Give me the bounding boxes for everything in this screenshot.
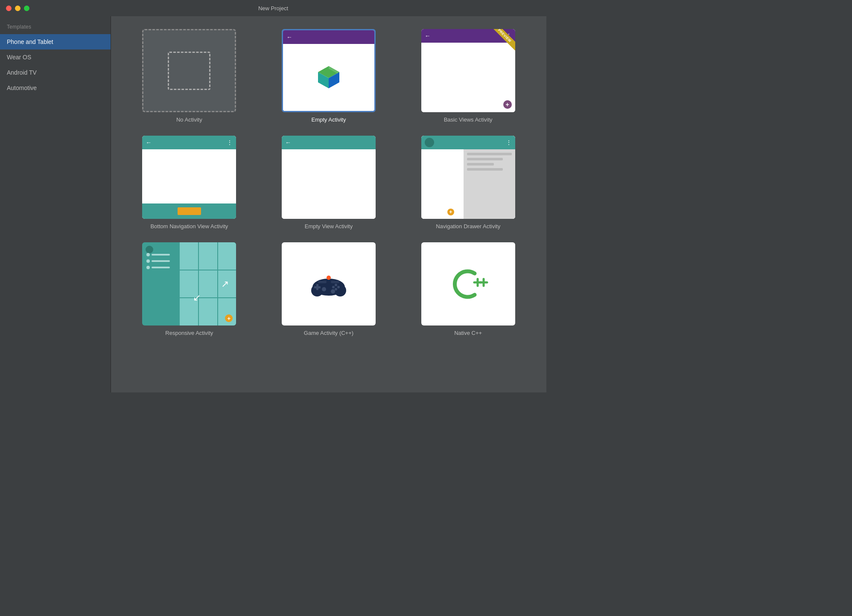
maximize-button[interactable] xyxy=(24,6,29,11)
fab-plus-icon: + xyxy=(503,100,512,109)
bottom-nav-mockup: ← ⋮ xyxy=(142,136,236,219)
bottom-nav-content xyxy=(142,149,236,203)
svg-rect-8 xyxy=(314,286,321,288)
empty-view-header: ← xyxy=(282,136,376,149)
resp-list-item-2 xyxy=(146,259,170,263)
game-label: Game Activity (C++) xyxy=(304,330,353,336)
resp-avatar xyxy=(146,246,153,253)
template-grid: No Activity ← xyxy=(128,29,529,336)
responsive-arrow: ↗ xyxy=(221,279,229,290)
bottom-nav-header: ← ⋮ xyxy=(142,136,236,149)
empty-activity-header: ← xyxy=(283,30,374,44)
drawer-list-item-3 xyxy=(467,163,494,166)
grid-cell-8 xyxy=(199,298,217,325)
dashed-box xyxy=(168,52,210,90)
template-item-bottom-nav[interactable]: ← ⋮ Bottom Navigation View Activity xyxy=(128,136,251,230)
empty-view-card: ← xyxy=(282,136,376,219)
gamepad-icon xyxy=(309,270,348,298)
svg-point-11 xyxy=(332,286,335,288)
bottom-nav-label: Bottom Navigation View Activity xyxy=(150,223,228,230)
template-item-responsive[interactable]: ↗ ↙ + Responsive Activity xyxy=(128,242,251,336)
drawer-fab: + xyxy=(447,209,454,215)
nav-drawer-label: Navigation Drawer Activity xyxy=(436,223,500,230)
drawer-list-item-4 xyxy=(467,168,503,171)
responsive-list xyxy=(146,253,170,272)
svg-rect-15 xyxy=(318,281,327,283)
sidebar: Templates Phone and Tablet Wear OS Andro… xyxy=(0,16,111,392)
template-item-nav-drawer[interactable]: ⋮ + Navigation Drawer A xyxy=(407,136,529,230)
empty-view-mockup: ← xyxy=(282,136,376,219)
bottom-nav-card: ← ⋮ xyxy=(142,136,236,219)
sidebar-section-label: Templates xyxy=(0,16,111,34)
three-dots-icon-3: ⋮ xyxy=(506,139,512,146)
title-bar: New Project xyxy=(0,0,546,16)
svg-point-12 xyxy=(335,288,337,291)
drawer-list-item-1 xyxy=(467,153,512,155)
back-arrow-icon: ← xyxy=(286,34,292,41)
svg-point-14 xyxy=(331,289,335,293)
window-title: New Project xyxy=(258,5,288,12)
minimize-button[interactable] xyxy=(15,6,20,11)
android-logo xyxy=(314,63,344,93)
template-item-game[interactable]: Game Activity (C++) xyxy=(268,242,390,336)
empty-view-label: Empty View Activity xyxy=(305,223,353,230)
bottom-nav-bar xyxy=(142,203,236,219)
template-item-native-cpp[interactable]: Native C++ xyxy=(407,242,529,336)
svg-point-13 xyxy=(322,287,326,291)
no-activity-card xyxy=(142,29,236,112)
sidebar-item-automotive[interactable]: Automotive xyxy=(0,80,111,96)
drawer-circle xyxy=(425,138,434,147)
back-arrow-icon-3: ← xyxy=(146,139,152,146)
preview-badge-container: PREVIEW xyxy=(492,29,515,52)
svg-point-6 xyxy=(334,285,346,296)
three-dots-icon-2: ⋮ xyxy=(227,139,233,146)
sidebar-item-phone-tablet[interactable]: Phone and Tablet xyxy=(0,34,111,49)
drawer-list-item-2 xyxy=(467,158,503,160)
sidebar-item-android-tv[interactable]: Android TV xyxy=(0,65,111,80)
native-card xyxy=(421,242,515,325)
basic-views-card: ← ⋮ + PREVIEW xyxy=(421,29,515,112)
game-card xyxy=(282,242,376,325)
nav-drawer-header: ⋮ xyxy=(421,136,515,149)
resp-list-item-3 xyxy=(146,266,170,269)
bottom-nav-indicator xyxy=(178,207,201,215)
responsive-arrow-2: ↙ xyxy=(193,292,201,303)
grid-cell-5 xyxy=(199,270,217,298)
cpp-logo xyxy=(447,267,490,301)
close-button[interactable] xyxy=(6,6,12,11)
template-item-empty-activity[interactable]: ← xyxy=(268,29,390,123)
responsive-card: ↗ ↙ + xyxy=(142,242,236,325)
no-activity-label: No Activity xyxy=(176,116,202,123)
window-controls xyxy=(6,6,29,11)
grid-cell-3 xyxy=(218,242,236,270)
back-arrow-icon-2: ← xyxy=(425,32,431,39)
nav-drawer-mockup: ⋮ + xyxy=(421,136,515,219)
svg-point-17 xyxy=(327,276,331,280)
template-item-basic-views[interactable]: ← ⋮ + PREVIEW Basic Views Activity xyxy=(407,29,529,123)
svg-rect-16 xyxy=(331,281,339,283)
empty-activity-mockup: ← xyxy=(283,30,374,111)
content-area: No Activity ← xyxy=(111,16,546,392)
back-arrow-icon-4: ← xyxy=(285,139,291,146)
drawer-panel xyxy=(464,149,515,219)
empty-activity-card: ← xyxy=(282,29,376,112)
resp-list-item-1 xyxy=(146,253,170,256)
svg-point-9 xyxy=(335,284,337,286)
template-item-empty-view[interactable]: ← Empty View Activity xyxy=(268,136,390,230)
basic-views-label: Basic Views Activity xyxy=(444,116,493,123)
main-layout: Templates Phone and Tablet Wear OS Andro… xyxy=(0,16,546,392)
svg-point-10 xyxy=(337,286,340,288)
responsive-label: Responsive Activity xyxy=(165,330,213,336)
empty-activity-label: Empty Activity xyxy=(312,116,346,123)
grid-cell-2 xyxy=(199,242,217,270)
preview-badge: PREVIEW xyxy=(492,29,515,51)
template-item-no-activity[interactable]: No Activity xyxy=(128,29,251,123)
nav-drawer-card: ⋮ + xyxy=(421,136,515,219)
native-cpp-label: Native C++ xyxy=(454,330,482,336)
sidebar-item-wear-os[interactable]: Wear OS xyxy=(0,49,111,65)
grid-cell-1 xyxy=(180,242,198,270)
